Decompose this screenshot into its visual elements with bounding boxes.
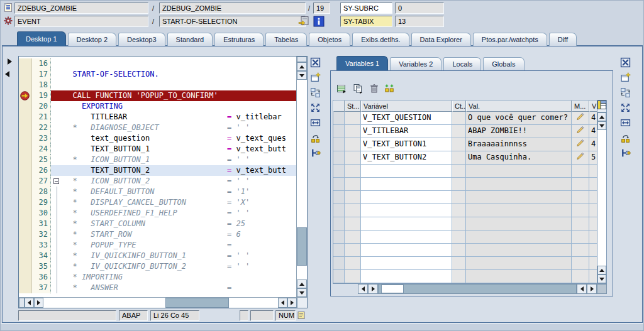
code-line-37[interactable]: 37 * ANSWER = <box>19 283 296 293</box>
line-number-field[interactable]: 19 <box>313 3 330 14</box>
tab-exibs-detlhs[interactable]: Exibs.detlhs. <box>352 33 409 46</box>
value-cell[interactable]: Uma Casquinha. <box>466 151 572 165</box>
log-icon[interactable] <box>297 311 308 322</box>
new-session-icon[interactable] <box>310 72 321 84</box>
scroll-track[interactable] <box>597 130 606 266</box>
margin-arrow-left-icon[interactable] <box>5 71 9 77</box>
code-line-26[interactable]: 26 TEXT_BUTTON_2 = v_text_butt <box>19 165 296 176</box>
swap-icon[interactable] <box>310 133 321 144</box>
scroll-track[interactable] <box>297 80 307 279</box>
code-line-21[interactable]: 21 TITLEBAR = v_titlebar <box>19 112 296 122</box>
variables-tab-variables-2[interactable]: Variables 2 <box>390 57 441 70</box>
tab-tabelas[interactable]: Tabelas <box>265 33 307 46</box>
breakpoint-gutter[interactable] <box>19 208 32 219</box>
breakpoint-gutter[interactable] <box>19 90 32 101</box>
add-fields-icon[interactable] <box>384 84 397 95</box>
scroll-down-button[interactable] <box>597 121 606 130</box>
info-icon[interactable] <box>313 16 325 27</box>
edit-pencil-icon[interactable] <box>572 138 589 151</box>
event-type-field[interactable]: EVENT <box>14 16 148 27</box>
tab-desktop-1[interactable]: Desktop 1 <box>17 31 66 46</box>
breakpoint-gutter[interactable] <box>19 58 32 69</box>
scroll-left-button[interactable] <box>358 284 368 294</box>
scroll-up-button[interactable] <box>297 279 307 288</box>
event-name-field[interactable]: START-OF-SELECTION <box>159 16 306 27</box>
breakpoint-gutter[interactable] <box>19 176 32 187</box>
scroll-track[interactable] <box>378 284 577 294</box>
code-line-17[interactable]: 17 START-OF-SELECTION. <box>19 69 296 80</box>
variables-tab-globals[interactable]: Globals <box>483 57 524 70</box>
tab-desktop3[interactable]: Desktop3 <box>118 33 165 46</box>
edit-pencil-icon[interactable] <box>572 151 589 165</box>
breakpoint-gutter[interactable] <box>19 69 32 80</box>
value-cell[interactable]: ABAP ZOMBIE!! <box>466 125 572 138</box>
breakpoint-gutter[interactable] <box>19 165 32 176</box>
code-line-36[interactable]: 36 * IMPORTING <box>19 272 296 283</box>
variables-tab-locals[interactable]: Locals <box>443 57 481 70</box>
copy-icon[interactable] <box>353 84 365 95</box>
scroll-left-button[interactable] <box>577 284 587 294</box>
fold-column[interactable] <box>51 176 64 187</box>
editor-horizontal-scrollbar[interactable] <box>19 297 307 308</box>
breakpoint-gutter[interactable] <box>19 80 32 90</box>
variable-cell[interactable]: V_TITLEBAR <box>361 125 452 138</box>
code-line-33[interactable]: 33 * POPUP_TYPE = <box>19 240 296 251</box>
scroll-up-button[interactable] <box>297 62 307 71</box>
scroll-thumb[interactable] <box>165 298 229 308</box>
variable-cell[interactable]: V_TEXT_BUTTON2 <box>361 151 452 165</box>
code-line-35[interactable]: 35 * IV_QUICKINFO_BUTTON_2 = ' ' <box>19 261 296 272</box>
delete-icon[interactable] <box>369 84 382 95</box>
services-icon[interactable] <box>620 148 631 159</box>
breakpoint-gutter[interactable] <box>19 155 32 165</box>
breakpoint-gutter[interactable] <box>19 240 32 251</box>
scroll-left-button[interactable] <box>25 298 34 308</box>
breakpoint-gutter[interactable] <box>19 197 32 208</box>
program-field[interactable]: ZDEBUG_ZOMBIE <box>14 3 148 14</box>
breakpoint-gutter[interactable] <box>19 101 32 112</box>
breakpoint-gutter[interactable] <box>19 112 32 122</box>
scroll-track[interactable] <box>43 298 278 308</box>
code-line-27[interactable]: 27 * ICON_BUTTON_2 = ' ' <box>19 176 296 187</box>
fold-collapse-icon[interactable] <box>53 178 59 184</box>
value-cell[interactable]: Braaaaainnnss <box>466 138 572 151</box>
tab-diff[interactable]: Diff <box>549 33 577 46</box>
tab-ptos-par-watchpts[interactable]: Ptos.par./watchpts <box>473 33 547 46</box>
tab-standard[interactable]: Standard <box>167 33 213 46</box>
variables-tab-variables-1[interactable]: Variables 1 <box>336 56 388 70</box>
table-horizontal-scrollbar[interactable] <box>358 284 607 294</box>
sy-subrc-label-field[interactable]: SY-SUBRC <box>340 3 392 14</box>
scroll-right-button[interactable] <box>287 298 297 308</box>
detach-icon[interactable] <box>620 87 631 99</box>
scroll-down-button[interactable] <box>297 71 307 80</box>
code-line-31[interactable]: 31 * START_COLUMN = 25 <box>19 219 296 229</box>
code-line-28[interactable]: 28 * DEFAULT_BUTTON = '1' <box>19 187 296 197</box>
margin-arrow-right-icon[interactable] <box>8 58 12 65</box>
sy-tabix-label-field[interactable]: SY-TABIX <box>340 16 392 27</box>
code-line-22[interactable]: 22 * DIAGNOSE_OBJECT = ' ' <box>19 122 296 133</box>
scroll-left-button[interactable] <box>278 298 287 308</box>
scroll-down-button[interactable] <box>297 288 307 297</box>
tab-data-explorer[interactable]: Data Explorer <box>411 33 471 46</box>
variable-cell[interactable]: V_TEXT_QUESTION <box>361 112 452 125</box>
code-line-24[interactable]: 24 TEXT_BUTTON_1 = v_text_butt <box>19 144 296 155</box>
code-line-23[interactable]: 23 text_question = v_text_ques <box>19 133 296 144</box>
tab-estruturas[interactable]: Estruturas <box>214 33 264 46</box>
swap-icon[interactable] <box>620 133 631 144</box>
close-icon[interactable] <box>310 57 321 68</box>
code-line-25[interactable]: 25 * ICON_BUTTON_1 = ' ' <box>19 155 296 165</box>
breakpoint-gutter[interactable] <box>19 144 32 155</box>
code-line-30[interactable]: 30 * USERDEFINED_F1_HELP = ' ' <box>19 208 296 219</box>
code-line-18[interactable]: 18 <box>19 80 296 90</box>
table-icon[interactable] <box>336 84 349 95</box>
breakpoint-gutter[interactable] <box>19 251 32 261</box>
breakpoint-gutter[interactable] <box>19 133 32 144</box>
tab-desktop-2[interactable]: Desktop 2 <box>68 33 117 46</box>
code-line-20[interactable]: 20 EXPORTING <box>19 101 296 112</box>
services-icon[interactable] <box>310 148 321 159</box>
editor-vertical-scrollbar[interactable] <box>296 57 307 297</box>
scroll-right-button[interactable] <box>587 284 597 294</box>
new-session-icon[interactable] <box>620 72 631 84</box>
scroll-right-button[interactable] <box>368 284 378 294</box>
close-icon[interactable] <box>620 57 631 68</box>
scroll-thumb[interactable] <box>381 285 404 293</box>
